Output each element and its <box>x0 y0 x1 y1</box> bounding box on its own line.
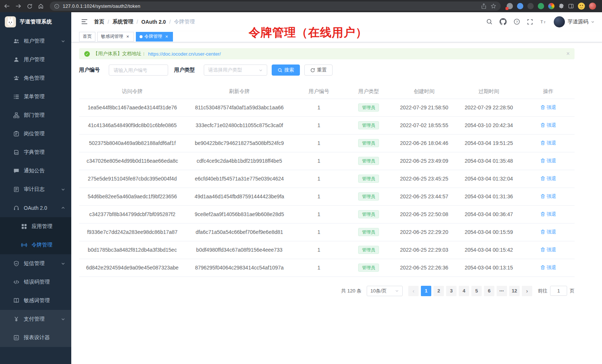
site-info-icon[interactable] <box>54 4 59 9</box>
page-number-button[interactable]: 12 <box>509 286 520 296</box>
force-logout-button[interactable]: 强退 <box>540 140 556 146</box>
reload-button[interactable] <box>27 3 33 9</box>
extensions-puzzle-icon[interactable] <box>559 3 564 9</box>
sidebar-menu-item[interactable]: 支付管理 <box>0 310 71 328</box>
app-title: 芋道管理系统 <box>20 19 52 25</box>
tab-close-icon[interactable]: × <box>164 34 169 39</box>
view-tab[interactable]: 令牌管理 × <box>136 32 173 42</box>
access-token-cell: 6d842e2924594de9a09e45e087323abe <box>79 259 186 277</box>
breadcrumb-separator: / <box>169 19 171 25</box>
view-tab[interactable]: 首页 × <box>79 32 95 42</box>
forward-button[interactable] <box>15 3 22 9</box>
breadcrumb-item[interactable]: 首页 <box>94 19 104 25</box>
refresh-token-cell: cdfc4ce9c2da4bb1bdf21b9918ff4be5 <box>186 152 293 170</box>
sidebar-menu-item[interactable]: 令牌管理 <box>0 236 71 254</box>
breadcrumb-item[interactable]: 系统管理 <box>112 19 133 25</box>
doc-link[interactable]: https://doc.iocoder.cn/user-center/ <box>148 51 221 57</box>
force-logout-button[interactable]: 强退 <box>540 229 556 235</box>
breadcrumb-item[interactable]: 令牌管理 <box>174 19 195 25</box>
extension-colorwheel-icon[interactable] <box>548 3 554 9</box>
force-logout-button[interactable]: 强退 <box>540 193 556 200</box>
force-logout-button[interactable]: 强退 <box>540 122 556 129</box>
chevron-icon <box>61 39 65 43</box>
tab-close-icon[interactable]: × <box>125 34 130 39</box>
refresh-icon <box>310 68 315 73</box>
sidebar-menu-item[interactable]: 审计日志 <box>0 180 71 199</box>
page-number-button[interactable]: 1 <box>421 286 431 296</box>
fullscreen-icon[interactable] <box>527 19 533 25</box>
delete-icon <box>540 176 545 181</box>
page-number-button[interactable]: 6 <box>484 286 494 296</box>
sidebar-menu-item[interactable]: 错误码管理 <box>0 273 71 291</box>
home-button[interactable] <box>38 3 44 9</box>
sidebar-menu-item[interactable]: 菜单管理 <box>0 87 71 106</box>
sidebar-menu-item[interactable]: 部门管理 <box>0 106 71 125</box>
create-time-cell: 2022-06-25 22:29:20 <box>393 223 456 241</box>
sidebar-menu-item[interactable]: 短信管理 <box>0 254 71 273</box>
next-page-button[interactable]: › <box>522 286 532 296</box>
force-logout-button[interactable]: 强退 <box>540 211 556 218</box>
user-type-cell: 管理员 <box>345 205 393 223</box>
share-icon[interactable] <box>481 3 486 9</box>
force-logout-button[interactable]: 强退 <box>540 175 556 182</box>
table-column-header: 访问令牌 <box>79 85 186 99</box>
user-type-cell: 管理员 <box>345 188 393 205</box>
sidebar-menu-item[interactable]: 报表设计器 <box>0 328 71 347</box>
user-type-cell: 管理员 <box>345 134 393 152</box>
sidebar-menu-item[interactable]: 用户管理 <box>0 50 71 69</box>
extension-green-icon[interactable] <box>538 3 544 9</box>
page-number-button[interactable]: ••• <box>497 286 507 296</box>
page-number-button[interactable]: 5 <box>471 286 482 296</box>
table-row: 41c41346a548490f9dc8b01c6bfe0865 333ecfc… <box>79 116 575 134</box>
page-number-button[interactable]: 3 <box>446 286 457 296</box>
sidebar-menu-item[interactable]: 字典管理 <box>0 143 71 162</box>
back-button[interactable] <box>4 3 10 9</box>
user-id-cell: 1 <box>293 116 345 134</box>
access-token-cell: 502375b8040a469a9b82188afdf6af1f <box>79 134 186 152</box>
help-icon[interactable]: ? <box>514 19 520 25</box>
bookmark-star-icon[interactable] <box>491 3 496 9</box>
refresh-token-cell: 9ce8ef2aa9f14056b831ae9b608e28d5 <box>186 205 293 223</box>
user-id-input[interactable] <box>109 64 168 76</box>
alert-close-icon[interactable]: × <box>566 51 570 57</box>
app-logo[interactable]: 芋道管理系统 <box>0 12 71 31</box>
view-tab[interactable]: 敏感词管理 × <box>97 32 134 42</box>
extension-badged-icon[interactable] <box>507 3 513 9</box>
extension-dark-icon[interactable] <box>527 3 534 9</box>
force-logout-button[interactable]: 强退 <box>540 104 556 111</box>
sidebar-menu-item[interactable]: OAuth 2.0 <box>0 199 71 217</box>
search-icon[interactable] <box>486 19 493 25</box>
sidebar-menu-item[interactable]: 租户管理 <box>0 32 71 50</box>
page-number-button[interactable]: 2 <box>433 286 444 296</box>
reset-button[interactable]: 重置 <box>304 64 333 76</box>
user-menu[interactable]: 芋道源码 <box>554 16 595 27</box>
navbar-tools: ? TT 芋道源码 <box>486 16 595 27</box>
sidebar-menu-item[interactable]: 应用管理 <box>0 217 71 236</box>
url-text[interactable]: 127.0.0.1:1024/system/oauth2/token <box>63 4 481 9</box>
force-logout-button[interactable]: 强退 <box>540 246 556 253</box>
user-type-select[interactable]: 请选择用户类型 <box>204 64 267 76</box>
sidebar-menu-item[interactable]: 岗位管理 <box>0 125 71 143</box>
force-logout-button[interactable]: 强退 <box>540 158 556 164</box>
github-icon[interactable] <box>500 18 507 25</box>
force-logout-button[interactable]: 强退 <box>540 264 556 271</box>
tags-view-bar: 首页 × 敏感词管理 × 令牌管理 × <box>71 31 602 42</box>
page-size-select[interactable]: 10条/页 <box>367 286 403 296</box>
page-number-button[interactable]: 4 <box>459 286 469 296</box>
breadcrumb-item[interactable]: OAuth 2.0 <box>141 19 166 25</box>
goto-page-input[interactable] <box>550 286 567 296</box>
access-token-cell: c347026e805e4d99b0d116eae66eda8c <box>79 152 186 170</box>
sidebar-menu-item[interactable]: 角色管理 <box>0 69 71 87</box>
address-bar[interactable]: 127.0.0.1:1024/system/oauth2/token <box>50 1 501 11</box>
menu-item-label: 角色管理 <box>24 75 61 82</box>
side-panel-icon[interactable] <box>568 3 574 9</box>
search-button[interactable]: 搜索 <box>272 64 300 76</box>
sidebar-collapse-button[interactable] <box>81 19 88 25</box>
sidebar-menu-item[interactable]: 通知公告 <box>0 162 71 180</box>
sidebar-menu-item[interactable]: 敏感词管理 <box>0 291 71 310</box>
font-size-icon[interactable]: TT <box>540 19 547 24</box>
browser-profile-avatar[interactable] <box>589 3 596 10</box>
prev-page-button[interactable]: ‹ <box>408 286 419 296</box>
extension-blue-icon[interactable] <box>517 3 523 9</box>
emoji-avatar-icon[interactable] <box>578 3 585 10</box>
